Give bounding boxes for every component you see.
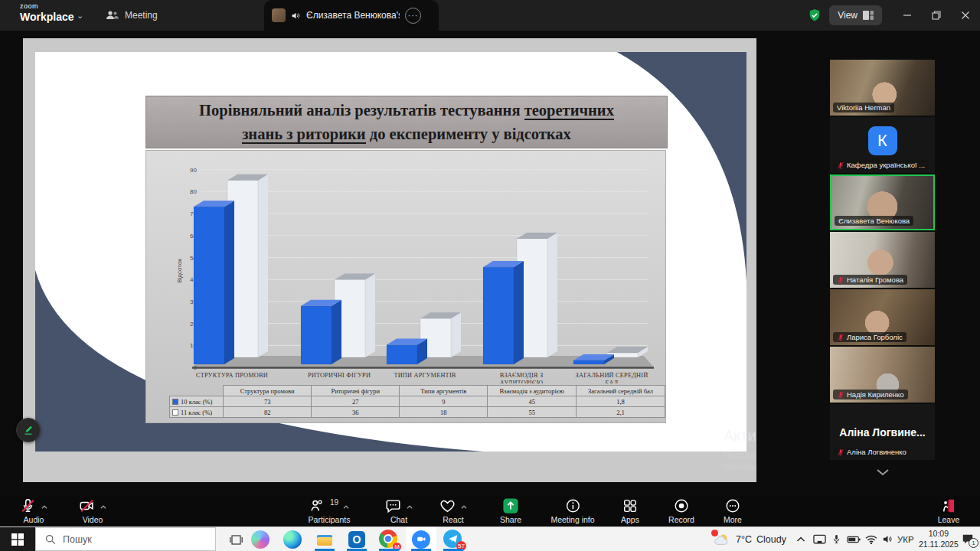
value-cell: 18 bbox=[400, 407, 488, 418]
svg-text:ЗАГАЛЬНИЙ СЕРЕДНІЙ: ЗАГАЛЬНИЙ СЕРЕДНІЙ bbox=[576, 372, 648, 379]
tab-meeting[interactable]: Meeting bbox=[106, 0, 158, 31]
logo-workplace-text: Workplace bbox=[20, 11, 74, 22]
tab-screen-share[interactable]: Єлизавета Венюкова's scree ··· bbox=[264, 0, 439, 31]
participants-button[interactable]: 19Participants bbox=[309, 497, 351, 524]
slide-title-segment: знань з риторики bbox=[242, 126, 366, 144]
cast-indicator[interactable] bbox=[813, 527, 826, 551]
security-shield-icon[interactable] bbox=[807, 8, 822, 23]
search-placeholder: Пошук bbox=[63, 534, 92, 545]
participant-tile-6[interactable]: Надія Кириленко bbox=[830, 347, 935, 403]
more-icon bbox=[724, 497, 741, 514]
chevron-up-icon[interactable] bbox=[41, 504, 48, 510]
battery-indicator[interactable] bbox=[847, 527, 861, 551]
taskbar-app-copilot[interactable] bbox=[245, 527, 276, 551]
chevron-up-icon bbox=[796, 536, 805, 543]
participant-tile-3[interactable]: Єлизавета Венюкова bbox=[830, 174, 935, 230]
language-indicator[interactable]: УКР bbox=[897, 527, 914, 551]
table-header-cell: Взаємодія з аудиторією bbox=[488, 386, 577, 396]
notification-center[interactable]: 1 bbox=[962, 527, 975, 551]
meeting-toolbar: AudioVideo19ParticipantsChatReactShareMe… bbox=[0, 496, 980, 527]
slide-title-line-1: Порівняльний аналіз результатів тестуван… bbox=[199, 99, 614, 122]
video-button[interactable]: Video bbox=[79, 497, 107, 524]
legend-swatch bbox=[172, 399, 178, 405]
svg-text:0: 0 bbox=[194, 364, 198, 371]
chrome-icon: M bbox=[379, 530, 399, 549]
shared-screen-region: Порівняльний аналіз результатів тестуван… bbox=[0, 31, 756, 496]
share-button[interactable]: Share bbox=[500, 497, 521, 524]
participant-name: Viktoriia Herman bbox=[837, 103, 890, 112]
svg-text:Відсоток: Відсоток bbox=[176, 259, 183, 283]
taskbar-app-zoom[interactable] bbox=[406, 527, 436, 551]
video-icon bbox=[79, 497, 107, 514]
record-icon bbox=[673, 497, 690, 514]
participant-tile-4[interactable]: Наталія Громова bbox=[830, 232, 935, 288]
volume-indicator[interactable] bbox=[882, 527, 893, 551]
participant-tile-5[interactable]: Лариса Горболіс bbox=[830, 289, 935, 345]
telegram-badge: 57 bbox=[456, 541, 466, 551]
workspace-chevron-down-icon[interactable]: ⌄ bbox=[77, 11, 83, 21]
record-label: Record bbox=[668, 515, 694, 524]
close-button[interactable] bbox=[951, 0, 980, 31]
value-cell: 9 bbox=[400, 396, 488, 407]
taskbar-app-outlook[interactable]: O bbox=[341, 527, 372, 551]
participant-name-label: Лариса Горболіс bbox=[833, 332, 906, 342]
participant-tile-2[interactable]: К Кафедра української ... bbox=[830, 117, 935, 173]
mic-indicator[interactable] bbox=[831, 527, 841, 551]
audio-button[interactable]: Audio bbox=[20, 497, 48, 524]
taskbar-app-telegram[interactable]: 57 bbox=[438, 527, 469, 551]
weather-widget[interactable]: 7°C Cloudy bbox=[714, 527, 786, 551]
outlook-icon: O bbox=[348, 531, 365, 548]
chevron-up-icon[interactable] bbox=[100, 504, 107, 510]
restore-button[interactable] bbox=[922, 0, 951, 31]
video-label: Video bbox=[83, 515, 103, 524]
participant-tile-7[interactable]: Аліна Логвине... Аліна Логвиненко bbox=[830, 404, 935, 460]
taskbar-app-file-explorer[interactable] bbox=[309, 527, 340, 551]
table-header-cell: Типи аргументів bbox=[400, 386, 488, 396]
value-cell: 73 bbox=[224, 396, 312, 407]
telegram-icon: 57 bbox=[443, 530, 463, 549]
view-label: View bbox=[838, 10, 858, 21]
chevron-up-icon[interactable] bbox=[461, 504, 468, 510]
tab-options-ellipsis-icon[interactable]: ··· bbox=[405, 8, 421, 24]
minimize-button[interactable] bbox=[893, 0, 922, 31]
scroll-more-participants-button[interactable] bbox=[830, 465, 935, 479]
apps-button[interactable]: Apps bbox=[621, 497, 639, 524]
participants-icon: 19 bbox=[309, 497, 350, 514]
wifi-indicator[interactable] bbox=[865, 527, 877, 551]
taskbar-app-edge[interactable] bbox=[277, 527, 308, 551]
record-button[interactable]: Record bbox=[668, 497, 694, 524]
participants-label: Participants bbox=[309, 515, 351, 524]
muted-mic-icon bbox=[837, 161, 844, 169]
leave-button[interactable]: Leave bbox=[938, 497, 960, 524]
chat-button[interactable]: Chat bbox=[385, 497, 413, 524]
task-view-icon bbox=[230, 534, 243, 546]
react-button[interactable]: React bbox=[439, 497, 468, 524]
participant-name: Єлизавета Венюкова bbox=[838, 217, 910, 225]
chevron-up-icon[interactable] bbox=[407, 504, 413, 510]
info-button[interactable]: Meeting info bbox=[550, 497, 594, 524]
value-cell: 2,1 bbox=[577, 407, 665, 418]
share-icon bbox=[502, 497, 519, 514]
table-header-cell: Структура промови bbox=[224, 386, 312, 396]
participant-tile-1[interactable]: Viktoriia Herman bbox=[830, 60, 935, 116]
chevron-up-icon[interactable] bbox=[343, 504, 350, 510]
start-button[interactable] bbox=[0, 527, 35, 551]
audio-label: Audio bbox=[24, 515, 44, 524]
taskbar-app-chrome[interactable]: M bbox=[374, 527, 404, 551]
clock[interactable]: 10:0921.11.2025 bbox=[919, 527, 959, 551]
view-button[interactable]: View bbox=[829, 5, 882, 25]
more-button[interactable]: More bbox=[724, 497, 742, 524]
svg-text:80: 80 bbox=[190, 188, 197, 195]
leave-label: Leave bbox=[938, 515, 960, 524]
participant-name-label: Кафедра української ... bbox=[833, 160, 929, 170]
titlebar: zoom Workplace ⌄ Meeting Єлизавета Венюк… bbox=[0, 0, 980, 31]
participant-tiles: Viktoriia HermanК Кафедра української ..… bbox=[830, 60, 935, 461]
notification-icon: 1 bbox=[962, 533, 975, 546]
react-label: React bbox=[443, 515, 463, 524]
copilot-icon bbox=[251, 530, 270, 549]
bar-chart: 0102030405060708090ВідсотокСТРУКТУРА ПРО… bbox=[146, 152, 667, 383]
annotate-button[interactable] bbox=[16, 418, 41, 442]
tray-expand-button[interactable] bbox=[796, 527, 805, 551]
taskbar-search-input[interactable]: Пошук bbox=[35, 527, 216, 551]
tab-screen-share-label: Єлизавета Венюкова's scree bbox=[306, 10, 400, 21]
